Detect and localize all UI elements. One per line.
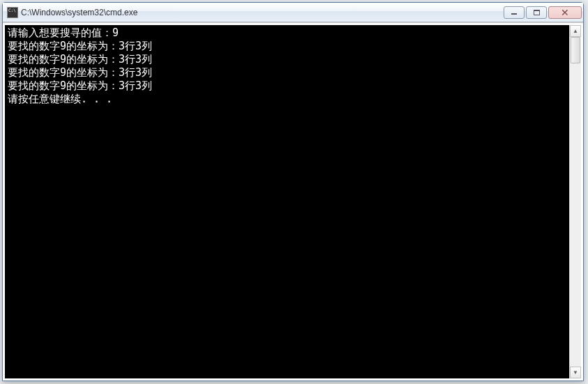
scrollbar-thumb[interactable] — [571, 37, 580, 63]
vertical-scrollbar[interactable]: ▲ ▼ — [569, 25, 581, 378]
console-line: 要找的数字9的坐标为：3行3列 — [8, 66, 566, 79]
console-line: 要找的数字9的坐标为：3行3列 — [8, 40, 566, 53]
console-line: 要找的数字9的坐标为：3行3列 — [8, 79, 566, 93]
console-line: 请输入想要搜寻的值：9 — [8, 26, 566, 40]
scroll-up-button[interactable]: ▲ — [570, 25, 581, 37]
maximize-icon — [534, 10, 540, 15]
maximize-button[interactable] — [526, 6, 547, 19]
scroll-down-button[interactable]: ▼ — [570, 367, 581, 378]
chevron-up-icon: ▲ — [573, 28, 578, 34]
close-button[interactable]: ✕ — [548, 6, 582, 19]
cmd-window: C:\Windows\system32\cmd.exe ✕ 请输入想要搜寻的值：… — [2, 2, 584, 381]
close-icon: ✕ — [561, 7, 569, 18]
titlebar[interactable]: C:\Windows\system32\cmd.exe ✕ — [3, 3, 583, 22]
window-controls: ✕ — [504, 6, 582, 19]
window-title: C:\Windows\system32\cmd.exe — [21, 8, 137, 17]
minimize-button[interactable] — [504, 6, 525, 19]
console-line: 请按任意键继续. . . — [8, 93, 566, 106]
minimize-icon — [511, 13, 517, 15]
console-output[interactable]: 请输入想要搜寻的值：9要找的数字9的坐标为：3行3列要找的数字9的坐标为：3行3… — [5, 25, 569, 378]
scrollbar-track[interactable] — [570, 37, 581, 367]
chevron-down-icon: ▼ — [573, 369, 578, 376]
console-client-area: 请输入想要搜寻的值：9要找的数字9的坐标为：3行3列要找的数字9的坐标为：3行3… — [3, 22, 583, 381]
console-line: 要找的数字9的坐标为：3行3列 — [8, 53, 566, 66]
cmd-icon — [7, 7, 18, 18]
